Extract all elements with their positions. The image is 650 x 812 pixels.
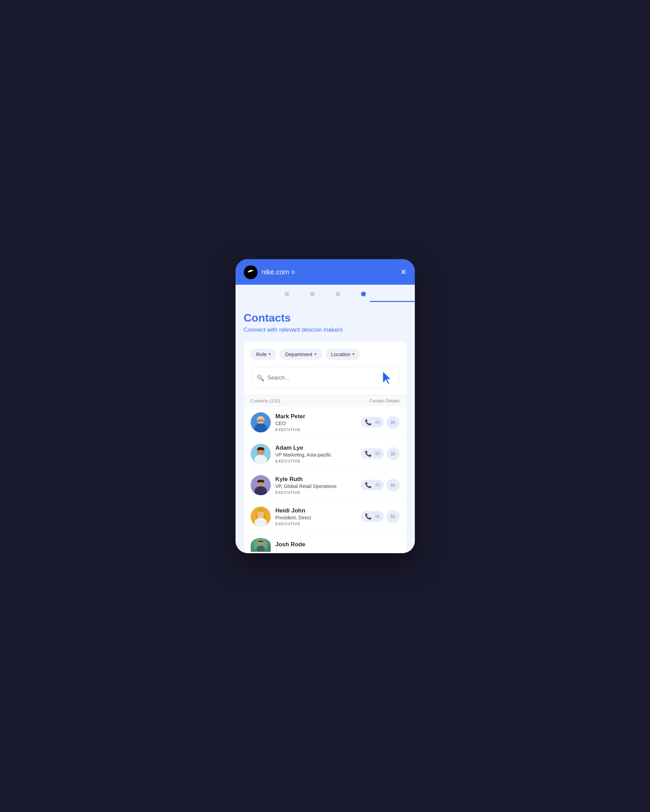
location-filter[interactable]: Location ▾ (326, 348, 360, 360)
contact-info: Josh Rode (276, 541, 400, 549)
site-name: nike.com ⧉ (262, 268, 295, 276)
email-icon[interactable]: ✉ (375, 419, 380, 426)
contact-actions: 📞 ✉ in (361, 447, 400, 460)
list-item: Mark Peter CEO EXECUTIVE 📞 ✉ in (244, 407, 406, 438)
phone-email-group: 📞 ✉ (361, 511, 384, 522)
linkedin-button[interactable]: in (387, 447, 400, 460)
cursor-icon (381, 371, 394, 385)
contact-name: Josh Rode (276, 541, 400, 548)
contact-actions: 📞 ✉ in (361, 416, 400, 429)
linkedin-button[interactable]: in (387, 510, 400, 523)
table-header: Contacts (120) Contact Details (244, 394, 406, 407)
avatar (251, 538, 271, 552)
phone-email-group: 📞 ✉ (361, 417, 384, 427)
svg-point-11 (260, 447, 262, 449)
email-icon[interactable]: ✉ (375, 513, 380, 520)
progress-dot-3 (335, 292, 340, 296)
search-row: 🔍 (244, 367, 406, 389)
phone-icon[interactable]: 📞 (365, 482, 372, 488)
contact-info: Mark Peter CEO EXECUTIVE (276, 413, 356, 432)
svg-rect-5 (257, 419, 264, 422)
contact-name: Adam Lye (276, 444, 356, 451)
role-filter-label: Role (256, 351, 267, 357)
page-title: Contacts (244, 311, 406, 324)
department-filter-label: Department (285, 351, 312, 357)
email-icon[interactable]: ✉ (375, 482, 380, 488)
svg-marker-0 (383, 371, 391, 385)
svg-point-10 (257, 448, 259, 450)
site-name-text: nike.com (262, 268, 289, 276)
linkedin-button[interactable]: in (387, 479, 400, 492)
progress-dots (236, 285, 415, 302)
contact-info: Kyle Ruth VP, Global Retail Operations E… (276, 476, 356, 495)
contact-title: VP, Global Retail Operations (276, 484, 356, 489)
nike-logo (244, 266, 257, 279)
close-button[interactable]: ✕ (400, 269, 406, 276)
progress-dot-2 (310, 292, 315, 296)
contact-list: Mark Peter CEO EXECUTIVE 📞 ✉ in (244, 407, 406, 553)
department-chevron-icon: ▾ (315, 352, 317, 357)
main-content: Contacts Connect with relevant descion m… (236, 302, 415, 553)
contact-title: CEO (276, 421, 356, 426)
contact-level: EXECUTIVE (276, 427, 356, 432)
phone-icon[interactable]: 📞 (365, 419, 372, 426)
contact-title: President, Direct (276, 515, 356, 520)
avatar (251, 412, 271, 432)
progress-dot-1 (285, 292, 289, 296)
list-item: Josh Rode (244, 533, 406, 553)
contact-info: Heidi John President, Direct EXECUTIVE (276, 507, 356, 526)
contacts-card: Role ▾ Department ▾ Location ▾ 🔍 (244, 342, 406, 553)
search-input[interactable] (268, 375, 375, 381)
phone-icon[interactable]: 📞 (365, 513, 372, 520)
list-item: Adam Lye VP Marketing, Asia-pacific EXEC… (244, 438, 406, 470)
phone-email-group: 📞 ✉ (361, 448, 384, 459)
phone-icon[interactable]: 📞 (365, 450, 372, 457)
header-left: nike.com ⧉ (244, 266, 295, 279)
contact-actions: 📞 ✉ in (361, 510, 400, 523)
svg-point-12 (262, 448, 264, 450)
filter-pills: Role ▾ Department ▾ Location ▾ (244, 348, 406, 367)
role-filter[interactable]: Role ▾ (251, 348, 277, 360)
role-chevron-icon: ▾ (269, 352, 271, 357)
location-chevron-icon: ▾ (352, 352, 355, 357)
contact-name: Kyle Ruth (276, 476, 356, 483)
contact-info: Adam Lye VP Marketing, Asia-pacific EXEC… (276, 444, 356, 463)
avatar (251, 507, 271, 527)
contact-details-label: Contact Details (369, 398, 399, 403)
linkedin-button[interactable]: in (387, 416, 400, 429)
contact-title: VP Marketing, Asia-pacific (276, 452, 356, 458)
contact-name: Mark Peter (276, 413, 356, 420)
progress-dot-4 (361, 292, 366, 296)
contact-level: EXECUTIVE (276, 459, 356, 463)
location-filter-label: Location (331, 351, 351, 357)
list-item: Kyle Ruth VP, Global Retail Operations E… (244, 470, 406, 501)
contact-actions: 📞 ✉ in (361, 479, 400, 492)
contact-level: EXECUTIVE (276, 490, 356, 495)
avatar (251, 444, 271, 464)
search-bar: 🔍 (251, 367, 400, 389)
list-item: Heidi John President, Direct EXECUTIVE 📞… (244, 501, 406, 533)
contacts-count-label: Contacts (120) (251, 398, 280, 403)
phone-frame: nike.com ⧉ ✕ Contacts Connect with relev… (236, 259, 415, 553)
contact-level: EXECUTIVE (276, 522, 356, 526)
external-link-icon: ⧉ (291, 269, 295, 275)
page-subtitle: Connect with relevant descion makers (244, 327, 406, 333)
department-filter[interactable]: Department ▾ (280, 348, 322, 360)
header-bar: nike.com ⧉ ✕ (236, 259, 415, 285)
search-icon: 🔍 (257, 374, 264, 382)
avatar (251, 475, 271, 495)
contact-name: Heidi John (276, 507, 356, 514)
email-icon[interactable]: ✉ (375, 450, 380, 457)
phone-email-group: 📞 ✉ (361, 480, 384, 490)
